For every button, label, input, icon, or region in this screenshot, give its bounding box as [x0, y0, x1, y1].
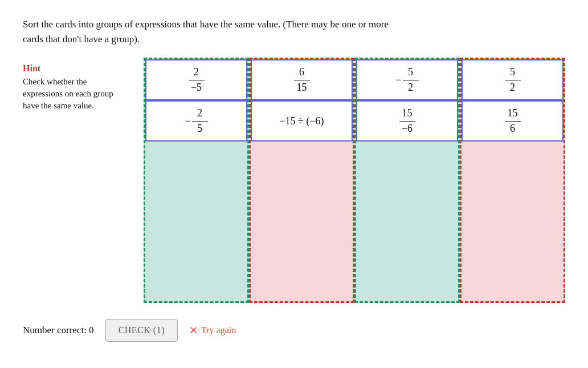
main-area: Hint Check whether the expressions on ea… [23, 58, 565, 303]
bottom-bar: Number correct: 0 CHECK (1) ✕ Try again [23, 319, 565, 342]
instructions: Sort the cards into groups of expression… [23, 17, 564, 46]
group-3: − 5 2 15 −6 [354, 58, 460, 303]
card-15-over-neg6[interactable]: 15 −6 [356, 100, 458, 141]
hint-text: Check whether the expressions on each gr… [23, 76, 126, 112]
groups-container: 2 −5 − 2 5 6 15 [144, 58, 565, 303]
group-4: 5 2 15 6 [460, 58, 565, 303]
x-icon: ✕ [189, 324, 198, 337]
hint-area: Hint Check whether the expressions on ea… [23, 58, 126, 112]
hint-title: Hint [23, 63, 126, 74]
card-neg2-over-5[interactable]: − 2 5 [145, 100, 247, 141]
group-1: 2 −5 − 2 5 [144, 58, 249, 303]
check-button[interactable]: CHECK (1) [105, 319, 178, 342]
card-2-over-neg5[interactable]: 2 −5 [145, 59, 247, 100]
number-correct: Number correct: 0 [23, 325, 94, 336]
try-again-button[interactable]: ✕ Try again [189, 324, 236, 337]
card-6-over-15[interactable]: 6 15 [251, 59, 353, 100]
card-15-over-6[interactable]: 15 6 [462, 100, 564, 141]
card-5-over-2[interactable]: 5 2 [462, 59, 564, 100]
card-neg5-over-2[interactable]: − 5 2 [356, 59, 458, 100]
card-neg15-div-neg6[interactable]: −15 ÷ (−6) [251, 100, 353, 141]
group-2: 6 15 −15 ÷ (−6) [249, 58, 354, 303]
